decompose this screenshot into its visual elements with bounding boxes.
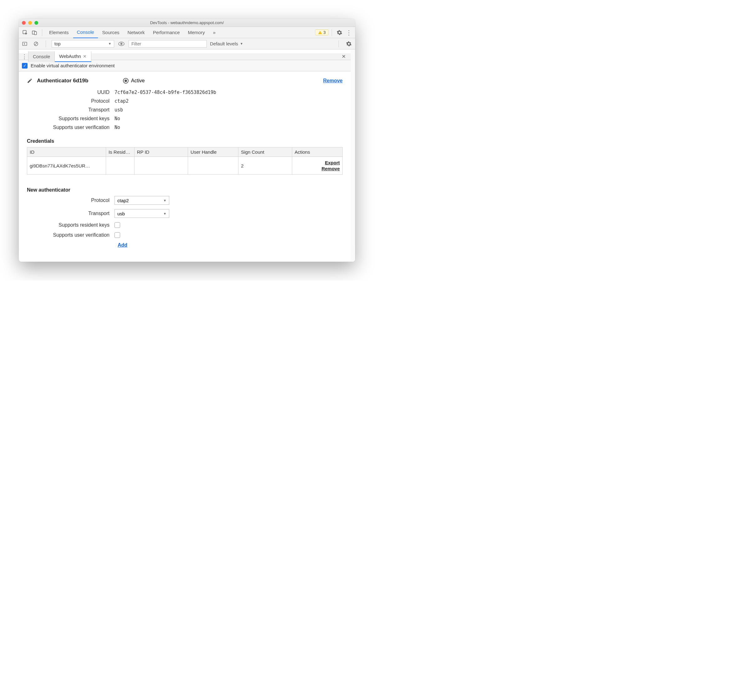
drawer-tab-label: WebAuthn [59, 54, 81, 59]
new-verify-checkbox[interactable] [115, 232, 120, 238]
more-menu-icon[interactable]: ⋮ [344, 28, 353, 37]
tab-memory[interactable]: Memory [184, 27, 209, 38]
credentials-table: ID Is Resid… RP ID User Handle Sign Coun… [27, 147, 342, 175]
svg-point-9 [121, 43, 123, 45]
maximize-window-icon[interactable] [34, 21, 38, 25]
traffic-lights [22, 21, 38, 25]
new-resident-label: Supports resident keys [21, 222, 115, 228]
user-verification-value: No [115, 125, 342, 130]
console-toolbar: top ▼ Default levels ▼ [19, 38, 355, 49]
drawer-tab-console[interactable]: Console [28, 51, 55, 62]
tab-overflow[interactable]: » [209, 27, 219, 38]
cell-id: gi9DBsn77iLAXdK7es5UR… [27, 157, 106, 175]
cell-rp [134, 157, 188, 175]
remove-authenticator-link[interactable]: Remove [323, 78, 342, 84]
drawer-more-icon[interactable]: ⋮ [21, 53, 28, 60]
protocol-label: Protocol [21, 98, 115, 104]
export-credential-link[interactable]: Export [295, 160, 340, 165]
console-settings-gear-icon[interactable] [344, 40, 353, 48]
tab-network[interactable]: Network [124, 27, 148, 38]
new-authenticator-heading: New authenticator [27, 187, 342, 193]
new-transport-select[interactable]: usb ▼ [115, 209, 169, 218]
close-tab-icon[interactable]: ✕ [83, 54, 87, 59]
cell-resident [106, 157, 135, 175]
transport-label: Transport [21, 107, 115, 113]
svg-line-7 [35, 43, 37, 45]
separator [42, 29, 42, 36]
chevron-down-icon: ▼ [240, 42, 243, 45]
minimize-window-icon[interactable] [28, 21, 32, 25]
cell-user [188, 157, 238, 175]
enable-label: Enable virtual authenticator environment [31, 63, 115, 68]
close-window-icon[interactable] [22, 21, 26, 25]
new-protocol-label: Protocol [21, 198, 115, 203]
col-id[interactable]: ID [27, 147, 106, 157]
col-sign-count[interactable]: Sign Count [238, 147, 292, 157]
edit-pencil-icon[interactable] [27, 78, 32, 84]
close-drawer-icon[interactable]: ✕ [339, 54, 349, 60]
warning-icon [318, 31, 322, 35]
remove-credential-link[interactable]: Remove [295, 166, 340, 171]
new-resident-checkbox[interactable] [115, 222, 120, 228]
settings-gear-icon[interactable] [335, 28, 344, 37]
main-tab-bar: Elements Console Sources Network Perform… [19, 27, 355, 38]
warning-count: 3 [324, 30, 326, 35]
webauthn-panel: Authenticator 6d19b Active Remove UUID 7… [19, 71, 351, 262]
col-rp-id[interactable]: RP ID [134, 147, 188, 157]
uuid-value: 7cf6a7e2-0537-48c4-b9fe-f3653826d19b [115, 90, 342, 95]
authenticator-title: Authenticator 6d19b [37, 78, 88, 84]
chevron-down-icon: ▼ [163, 199, 167, 202]
table-row: gi9DBsn77iLAXdK7es5UR… 2 Export Remove [27, 157, 342, 175]
radio-icon [123, 78, 128, 84]
new-protocol-select[interactable]: ctap2 ▼ [115, 196, 169, 205]
chevron-down-icon: ▼ [163, 212, 167, 215]
console-sidebar-toggle-icon[interactable] [21, 40, 29, 48]
protocol-value: ctap2 [115, 98, 342, 104]
credentials-heading: Credentials [27, 138, 342, 144]
devtools-window: DevTools - webauthndemo.appspot.com/ Ele… [19, 19, 355, 262]
svg-rect-3 [320, 32, 320, 33]
col-actions[interactable]: Actions [292, 147, 342, 157]
titlebar: DevTools - webauthndemo.appspot.com/ [19, 19, 355, 27]
col-user-handle[interactable]: User Handle [188, 147, 238, 157]
log-levels-selector[interactable]: Default levels ▼ [210, 41, 243, 46]
device-toolbar-icon[interactable] [30, 28, 39, 37]
svg-rect-4 [320, 33, 320, 34]
levels-label: Default levels [210, 41, 238, 46]
table-header-row: ID Is Resid… RP ID User Handle Sign Coun… [27, 147, 342, 157]
scrollbar[interactable] [351, 49, 355, 262]
tab-console[interactable]: Console [73, 27, 98, 38]
chevron-down-icon: ▼ [108, 42, 112, 45]
tab-performance[interactable]: Performance [149, 27, 183, 38]
cell-actions: Export Remove [292, 157, 342, 175]
filter-input[interactable] [128, 40, 207, 47]
tab-elements[interactable]: Elements [45, 27, 73, 38]
new-protocol-value: ctap2 [117, 198, 129, 203]
enable-checkbox[interactable]: ✓ [22, 63, 28, 69]
clear-console-icon[interactable] [32, 40, 40, 48]
live-expression-icon[interactable] [117, 40, 125, 48]
window-title: DevTools - webauthndemo.appspot.com/ [22, 20, 352, 25]
svg-rect-5 [23, 42, 27, 45]
active-radio[interactable]: Active [123, 78, 145, 84]
new-authenticator-section: New authenticator Protocol ctap2 ▼ Trans… [27, 187, 342, 248]
user-verification-label: Supports user verification [21, 125, 115, 130]
drawer-tab-webauthn[interactable]: WebAuthn ✕ [55, 51, 91, 62]
uuid-label: UUID [21, 90, 115, 95]
active-label: Active [131, 78, 145, 84]
svg-rect-2 [34, 32, 37, 35]
add-authenticator-link[interactable]: Add [118, 242, 127, 248]
inspect-element-icon[interactable] [21, 28, 29, 37]
col-is-resident[interactable]: Is Resid… [106, 147, 135, 157]
tab-sources[interactable]: Sources [99, 27, 123, 38]
cell-count: 2 [238, 157, 292, 175]
transport-value: usb [115, 107, 342, 113]
separator [46, 40, 46, 47]
new-transport-label: Transport [21, 211, 115, 216]
warnings-badge[interactable]: 3 [315, 29, 329, 35]
separator [332, 29, 332, 36]
new-verify-label: Supports user verification [21, 232, 115, 238]
execution-context-selector[interactable]: top ▼ [52, 40, 114, 47]
resident-keys-label: Supports resident keys [21, 116, 115, 121]
drawer-tab-bar: ⋮ Console WebAuthn ✕ ✕ [19, 49, 351, 60]
